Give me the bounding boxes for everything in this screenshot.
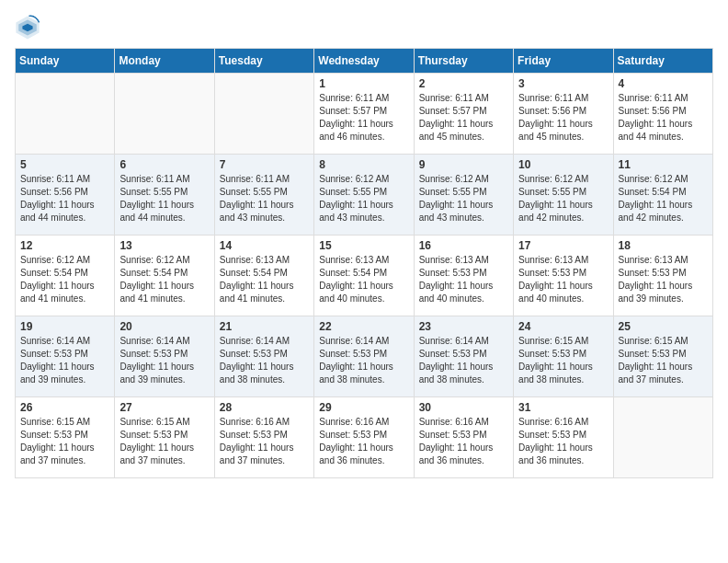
calendar-cell [613,397,712,478]
cell-info: Sunrise: 6:14 AM Sunset: 5:53 PM Dayligh… [20,335,109,386]
cell-info: Sunrise: 6:14 AM Sunset: 5:53 PM Dayligh… [119,335,209,386]
day-number: 26 [20,401,109,414]
calendar-week-row: 12Sunrise: 6:12 AM Sunset: 5:54 PM Dayli… [16,236,713,316]
cell-info: Sunrise: 6:16 AM Sunset: 5:53 PM Dayligh… [220,416,309,467]
cell-info: Sunrise: 6:12 AM Sunset: 5:55 PM Dayligh… [419,173,508,224]
cell-info: Sunrise: 6:16 AM Sunset: 5:53 PM Dayligh… [419,416,508,467]
day-number: 2 [419,77,508,90]
calendar-cell [115,74,214,155]
day-number: 4 [619,77,708,90]
day-number: 15 [319,239,408,252]
calendar-week-row: 5Sunrise: 6:11 AM Sunset: 5:56 PM Daylig… [16,155,713,236]
day-of-week-header: Friday [514,49,613,74]
day-number: 10 [518,158,608,171]
day-number: 21 [220,320,309,333]
day-number: 11 [619,158,708,171]
calendar-cell: 5Sunrise: 6:11 AM Sunset: 5:56 PM Daylig… [16,155,115,236]
calendar-cell: 27Sunrise: 6:15 AM Sunset: 5:53 PM Dayli… [115,397,214,478]
day-number: 13 [119,239,209,252]
day-of-week-header: Tuesday [214,49,313,74]
calendar-cell: 8Sunrise: 6:12 AM Sunset: 5:55 PM Daylig… [314,155,414,236]
day-number: 27 [119,401,209,414]
logo [15,15,44,40]
cell-info: Sunrise: 6:14 AM Sunset: 5:53 PM Dayligh… [220,335,309,386]
cell-info: Sunrise: 6:15 AM Sunset: 5:53 PM Dayligh… [518,335,608,386]
cell-info: Sunrise: 6:12 AM Sunset: 5:55 PM Dayligh… [518,173,608,224]
day-of-week-header: Thursday [414,49,513,74]
day-number: 5 [20,158,109,171]
general-blue-icon [15,15,40,40]
calendar-cell: 24Sunrise: 6:15 AM Sunset: 5:53 PM Dayli… [514,316,613,397]
day-number: 9 [419,158,508,171]
day-number: 22 [319,320,408,333]
calendar-cell: 18Sunrise: 6:13 AM Sunset: 5:53 PM Dayli… [613,236,712,316]
calendar-cell: 29Sunrise: 6:16 AM Sunset: 5:53 PM Dayli… [314,397,414,478]
calendar-cell: 26Sunrise: 6:15 AM Sunset: 5:53 PM Dayli… [16,397,115,478]
day-of-week-header: Monday [115,49,214,74]
calendar-cell: 6Sunrise: 6:11 AM Sunset: 5:55 PM Daylig… [115,155,214,236]
calendar-cell: 31Sunrise: 6:16 AM Sunset: 5:53 PM Dayli… [514,397,613,478]
cell-info: Sunrise: 6:11 AM Sunset: 5:55 PM Dayligh… [220,173,309,224]
cell-info: Sunrise: 6:15 AM Sunset: 5:53 PM Dayligh… [619,335,708,386]
day-number: 14 [220,239,309,252]
calendar-cell [214,74,313,155]
calendar-cell: 13Sunrise: 6:12 AM Sunset: 5:54 PM Dayli… [115,236,214,316]
day-of-week-header: Wednesday [314,49,414,74]
calendar-cell: 12Sunrise: 6:12 AM Sunset: 5:54 PM Dayli… [16,236,115,316]
day-number: 3 [518,77,608,90]
calendar-header-row: SundayMondayTuesdayWednesdayThursdayFrid… [16,49,713,74]
cell-info: Sunrise: 6:13 AM Sunset: 5:54 PM Dayligh… [220,254,309,305]
cell-info: Sunrise: 6:13 AM Sunset: 5:54 PM Dayligh… [319,254,408,305]
calendar-cell: 7Sunrise: 6:11 AM Sunset: 5:55 PM Daylig… [214,155,313,236]
cell-info: Sunrise: 6:12 AM Sunset: 5:55 PM Dayligh… [319,173,408,224]
calendar-cell: 4Sunrise: 6:11 AM Sunset: 5:56 PM Daylig… [613,74,712,155]
day-number: 25 [619,320,708,333]
calendar-cell: 17Sunrise: 6:13 AM Sunset: 5:53 PM Dayli… [514,236,613,316]
calendar-cell: 2Sunrise: 6:11 AM Sunset: 5:57 PM Daylig… [414,74,513,155]
calendar-cell: 21Sunrise: 6:14 AM Sunset: 5:53 PM Dayli… [214,316,313,397]
day-number: 17 [518,239,608,252]
day-number: 31 [518,401,608,414]
cell-info: Sunrise: 6:12 AM Sunset: 5:54 PM Dayligh… [119,254,209,305]
day-number: 24 [518,320,608,333]
cell-info: Sunrise: 6:11 AM Sunset: 5:57 PM Dayligh… [319,92,408,144]
cell-info: Sunrise: 6:14 AM Sunset: 5:53 PM Dayligh… [319,335,408,386]
calendar-cell: 15Sunrise: 6:13 AM Sunset: 5:54 PM Dayli… [314,236,414,316]
day-of-week-header: Sunday [16,49,115,74]
page-header [15,15,713,40]
calendar-cell: 28Sunrise: 6:16 AM Sunset: 5:53 PM Dayli… [214,397,313,478]
calendar-cell: 22Sunrise: 6:14 AM Sunset: 5:53 PM Dayli… [314,316,414,397]
day-number: 28 [220,401,309,414]
day-number: 1 [319,77,408,90]
cell-info: Sunrise: 6:13 AM Sunset: 5:53 PM Dayligh… [619,254,708,305]
calendar-week-row: 1Sunrise: 6:11 AM Sunset: 5:57 PM Daylig… [16,74,713,155]
day-number: 23 [419,320,508,333]
calendar-cell: 14Sunrise: 6:13 AM Sunset: 5:54 PM Dayli… [214,236,313,316]
day-of-week-header: Saturday [613,49,712,74]
cell-info: Sunrise: 6:11 AM Sunset: 5:55 PM Dayligh… [119,173,209,224]
cell-info: Sunrise: 6:15 AM Sunset: 5:53 PM Dayligh… [119,416,209,467]
day-number: 16 [419,239,508,252]
day-number: 8 [319,158,408,171]
day-number: 19 [20,320,109,333]
cell-info: Sunrise: 6:15 AM Sunset: 5:53 PM Dayligh… [20,416,109,467]
day-number: 29 [319,401,408,414]
day-number: 20 [119,320,209,333]
calendar-cell: 25Sunrise: 6:15 AM Sunset: 5:53 PM Dayli… [613,316,712,397]
cell-info: Sunrise: 6:14 AM Sunset: 5:53 PM Dayligh… [419,335,508,386]
calendar-cell [16,74,115,155]
cell-info: Sunrise: 6:13 AM Sunset: 5:53 PM Dayligh… [419,254,508,305]
cell-info: Sunrise: 6:16 AM Sunset: 5:53 PM Dayligh… [319,416,408,467]
cell-info: Sunrise: 6:12 AM Sunset: 5:54 PM Dayligh… [20,254,109,305]
cell-info: Sunrise: 6:11 AM Sunset: 5:56 PM Dayligh… [20,173,109,224]
cell-info: Sunrise: 6:16 AM Sunset: 5:53 PM Dayligh… [518,416,608,467]
cell-info: Sunrise: 6:11 AM Sunset: 5:56 PM Dayligh… [619,92,708,144]
calendar-cell: 11Sunrise: 6:12 AM Sunset: 5:54 PM Dayli… [613,155,712,236]
cell-info: Sunrise: 6:12 AM Sunset: 5:54 PM Dayligh… [619,173,708,224]
calendar-cell: 10Sunrise: 6:12 AM Sunset: 5:55 PM Dayli… [514,155,613,236]
day-number: 12 [20,239,109,252]
day-number: 7 [220,158,309,171]
calendar-cell: 23Sunrise: 6:14 AM Sunset: 5:53 PM Dayli… [414,316,513,397]
day-number: 18 [619,239,708,252]
calendar-table: SundayMondayTuesdayWednesdayThursdayFrid… [15,48,713,478]
